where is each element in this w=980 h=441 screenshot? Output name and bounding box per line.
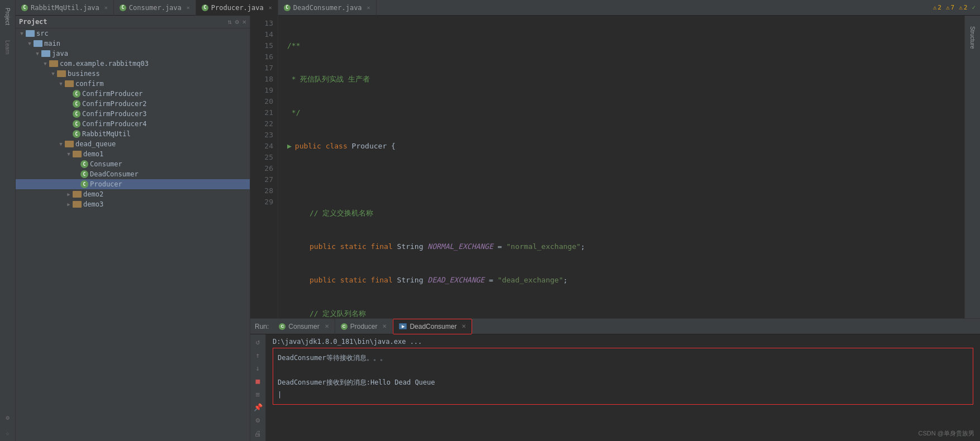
- code-content[interactable]: /** * 死信队列实战 生产者 */ ▶ public class Produ…: [278, 16, 964, 318]
- action-print[interactable]: 🖨: [251, 428, 265, 439]
- tree-producer[interactable]: C Producer: [16, 179, 250, 189]
- action-stop[interactable]: ■: [251, 376, 265, 386]
- bottom-tab-consumer[interactable]: C Consumer ✕: [273, 319, 335, 334]
- tab-close-deadconsumer[interactable]: ✕: [367, 4, 370, 11]
- left-sidebar-icon1[interactable]: ⚙: [0, 410, 16, 425]
- editor-area[interactable]: 13 14 15 16 17 18 19 20 21 22 23 24 25 2…: [250, 16, 964, 318]
- tree-confirmproducer[interactable]: C ConfirmProducer: [16, 89, 250, 99]
- arrow-deadconsumer: [73, 171, 80, 177]
- arrow-dq: ▼: [57, 141, 65, 147]
- action-pin[interactable]: 📌: [251, 402, 265, 413]
- action-list[interactable]: ≡: [251, 389, 265, 400]
- tree-demo3[interactable]: ▶ demo3: [16, 199, 250, 209]
- action-up[interactable]: ↑: [251, 349, 265, 360]
- line-numbers: 13 14 15 16 17 18 19 20 21 22 23 24 25 2…: [250, 16, 278, 318]
- sidebar-header-icons: ⇅ ⚙ ✕: [227, 18, 246, 26]
- tree-deadconsumer[interactable]: C DeadConsumer: [16, 169, 250, 179]
- tab-rabbitmqutil[interactable]: C RabbitMqUtil.java ✕: [16, 0, 114, 16]
- label-confirm: confirm: [75, 80, 104, 88]
- sidebar-icon-1[interactable]: ⇅: [227, 18, 231, 26]
- right-sidebar: Structure: [964, 16, 980, 318]
- label-confirmproducer2: ConfirmProducer2: [82, 100, 147, 108]
- tab-icon-consumer: C: [120, 4, 126, 11]
- bottom-tab-close-deadconsumer[interactable]: ✕: [462, 323, 466, 329]
- bottom-tab-icon-consumer: C: [279, 323, 286, 330]
- tree-rabbitmqutil[interactable]: C RabbitMqUtil: [16, 129, 250, 139]
- ok-icon: ✓: [972, 4, 976, 11]
- warn-count-2: 7: [951, 4, 955, 11]
- ln-20: 20: [255, 96, 273, 107]
- structure-icon[interactable]: Structure: [965, 18, 981, 57]
- tree-src[interactable]: ▼ src: [16, 28, 250, 39]
- tree-demo1[interactable]: ▼ demo1: [16, 149, 250, 159]
- arrow-confirm: ▼: [57, 81, 65, 87]
- typ-20: String: [397, 275, 424, 286]
- code-text-14: * 死信队列实战 生产者: [287, 74, 370, 85]
- console-cursor: [278, 389, 968, 401]
- code-line-17: [287, 174, 964, 185]
- left-sidebar-learn[interactable]: Learn: [0, 33, 16, 61]
- arrow-rmq: [65, 131, 73, 137]
- action-restart[interactable]: ↺: [251, 337, 265, 347]
- tree-deadqueue[interactable]: ▼ dead_queue: [16, 139, 250, 149]
- folder-icon-demo1: [73, 151, 82, 157]
- folder-icon-demo2: [73, 191, 82, 198]
- sidebar-icon-2[interactable]: ⚙: [235, 18, 239, 26]
- tab-consumer[interactable]: C Consumer.java ✕: [114, 0, 196, 16]
- tab-icon-deadconsumer: C: [284, 4, 291, 11]
- action-down[interactable]: ↓: [251, 363, 265, 373]
- tree-confirmproducer3[interactable]: C ConfirmProducer3: [16, 109, 250, 119]
- code-text-13: /**: [287, 40, 300, 51]
- tab-deadconsumer[interactable]: C DeadConsumer.java ✕: [278, 0, 377, 16]
- sidebar-icon-close[interactable]: ✕: [242, 18, 246, 26]
- label-business: business: [68, 70, 100, 78]
- label-deadqueue: dead_queue: [75, 140, 116, 148]
- sidebar-header: Project ⇅ ⚙ ✕: [16, 16, 250, 28]
- tree-consumer[interactable]: C Consumer: [16, 159, 250, 169]
- tab-close-consumer[interactable]: ✕: [187, 4, 190, 11]
- tree-com[interactable]: ▼ com.example.rabbitmq03: [16, 59, 250, 69]
- left-sidebar-project[interactable]: Project: [0, 0, 16, 33]
- label-main: main: [44, 40, 60, 47]
- tab-close-rabbitmqutil[interactable]: ✕: [104, 4, 108, 11]
- run-label: Run:: [255, 323, 269, 330]
- code-text-15: */: [287, 107, 300, 118]
- bottom-tab-producer[interactable]: C Producer ✕: [335, 319, 393, 334]
- code-line-18: // 定义交换机名称: [287, 208, 964, 219]
- class-icon-rmq: C: [73, 130, 80, 138]
- bottom-tab-close-producer[interactable]: ✕: [382, 323, 387, 329]
- ln-15: 15: [255, 40, 273, 51]
- ln-29: 29: [255, 196, 273, 208]
- kw-19c: final: [371, 241, 393, 252]
- tree-business[interactable]: ▼ business: [16, 69, 250, 79]
- warning-item-2: ⚠ 7: [946, 4, 954, 11]
- bottom-tabs-bar: Run: C Consumer ✕ C Producer ✕ ▶ DeadCon…: [250, 319, 980, 334]
- folder-icon-com: [49, 60, 58, 67]
- bottom-tab-label-producer: Producer: [350, 323, 378, 330]
- typ-19: String: [397, 241, 424, 252]
- tab-close-producer[interactable]: ✕: [269, 4, 272, 11]
- bottom-tab-deadconsumer[interactable]: ▶ DeadConsumer ✕: [393, 319, 472, 334]
- tree-confirmproducer2[interactable]: C ConfirmProducer2: [16, 99, 250, 109]
- bottom-row: ↺ ↑ ↓ ■ ≡ 📌 ⚙ 🖨 D:\java\jdk1.8.0_181\bin…: [250, 334, 980, 441]
- tab-producer[interactable]: C Producer.java ✕: [196, 0, 278, 16]
- tree-confirmproducer4[interactable]: C ConfirmProducer4: [16, 119, 250, 129]
- kw-class: class: [326, 141, 348, 152]
- arrow-producer: [73, 181, 80, 187]
- ln-13: 13: [255, 18, 273, 29]
- code-line-14: * 死信队列实战 生产者: [287, 74, 964, 85]
- tree-java[interactable]: ▼ java: [16, 49, 250, 59]
- bottom-tab-close-consumer[interactable]: ✕: [325, 323, 329, 329]
- arrow-cp3: [65, 111, 73, 117]
- tree-main[interactable]: ▼ main: [16, 39, 250, 49]
- arrow-cp: [65, 91, 73, 97]
- tree-demo2[interactable]: ▶ demo2: [16, 189, 250, 199]
- ln-17: 17: [255, 63, 273, 74]
- ln-23: 23: [255, 130, 273, 141]
- action-settings2[interactable]: ⚙: [251, 415, 265, 425]
- tab-label-producer: Producer.java: [211, 4, 264, 12]
- ln-26: 26: [255, 163, 273, 174]
- tree-confirm[interactable]: ▼ confirm: [16, 79, 250, 89]
- left-sidebar-icon2[interactable]: ☆: [0, 425, 16, 441]
- console-line-3: DeadConsumer接收到的消息:Hello Dead Queue: [278, 376, 968, 389]
